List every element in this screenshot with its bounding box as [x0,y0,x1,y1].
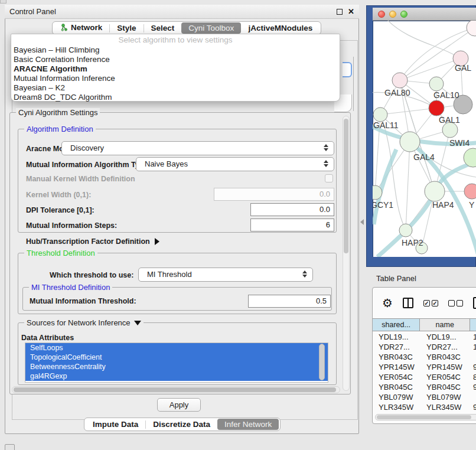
attribute-item[interactable]: SelfLoops [25,343,328,353]
table-panel: ⚙ ✓ ✓ shared... name YDL19...YDL19...13 … [372,287,476,424]
cell: 9. [471,362,476,372]
mi-type-combo[interactable]: Naive Bayes [136,157,334,171]
deselect-all-checkboxes-icon[interactable] [448,300,463,306]
dropdown-item-selected[interactable]: ARACNE Algorithm [11,64,340,74]
hub-definition-toggle[interactable]: Hub/Transcription Factor Definition [26,237,159,246]
checked-box-icon: ✓ [432,300,438,306]
network-node[interactable] [429,77,444,91]
dropdown-item[interactable]: Mutual Information Inference [11,74,340,83]
column-header-shared[interactable]: shared... [373,319,420,331]
dropdown-prompt: Select algorithm to view settings [11,35,340,45]
dropdown-item[interactable]: Bayesian – Hill Climbing [11,45,340,55]
attribute-item[interactable]: BetweennessCentrality [25,362,328,371]
tab-style[interactable]: Style [110,22,143,34]
document-icon[interactable] [473,297,476,309]
float-window-icon[interactable] [337,9,343,15]
network-node[interactable] [429,100,444,116]
network-node[interactable] [373,107,387,122]
select-all-checkboxes-icon[interactable]: ✓ ✓ [423,300,438,306]
attribute-item[interactable]: gal4RGexp [25,371,328,381]
tab-infer-network[interactable]: Infer Network [217,419,279,430]
cell: YBR043C [373,352,420,362]
dpi-tolerance-label: DPI Tolerance [0,1]: [26,206,94,214]
tab-jactivemnodules[interactable]: jActiveMNodules [241,22,319,34]
tab-cyni-toolbox[interactable]: Cyni Toolbox [181,22,241,34]
network-node[interactable] [467,21,476,36]
network-node[interactable] [464,184,476,199]
network-node[interactable] [399,224,412,237]
manual-kernel-checkbox[interactable] [325,174,333,182]
expand-arrow-icon [155,238,159,245]
settings-vertical-scrollbar-thumb[interactable] [344,119,348,253]
dropdown-item[interactable]: Bayesian – K2 [11,83,340,93]
tab-network-label: Network [71,23,102,32]
node-label: GAL [455,63,471,73]
columns-icon[interactable] [403,298,413,308]
close-icon[interactable]: ✕ [348,7,354,16]
network-edge [406,142,410,230]
sources-group-title[interactable]: Sources for Network Inference [24,318,144,327]
minimize-traffic-light-icon[interactable] [389,11,396,18]
tab-select[interactable]: Select [144,22,182,34]
settings-group-title: Cyni Algorithm Settings [16,108,100,117]
network-window-titlebar[interactable] [373,8,476,21]
attribute-list-scrollbar[interactable] [319,344,325,380]
aracne-mode-combo[interactable]: Discovery [61,141,334,155]
tab-network[interactable]: Network [54,22,109,34]
table-row[interactable]: YDR27...YDR27...12 [373,342,476,352]
dropdown-item[interactable]: Dream8 DC_TDC Algorithm [11,93,340,102]
mi-steps-label: Mutual Information Steps: [26,221,117,230]
table-row[interactable]: YBR045CYBR045C9. [373,382,476,392]
gear-icon[interactable]: ⚙ [382,296,393,310]
dropdown-item[interactable]: Basic Correlation Inference [11,55,340,64]
table-row[interactable]: YDL19...YDL19...13 [373,332,476,342]
mi-threshold-field[interactable]: 0.5 [248,295,331,308]
table-row[interactable]: YBR043CYBR043C [373,352,476,362]
cell [471,352,476,362]
control-panel-titlebar: Control Panel ✕ [5,5,359,19]
table-row[interactable]: YBL079WYBL079W [373,392,476,402]
table-horizontal-scrollbar-thumb[interactable] [377,415,471,419]
splitter-collapse-arrow-icon[interactable] [360,219,364,225]
network-node[interactable] [400,132,420,152]
which-threshold-value: MI Threshold [147,270,192,279]
node-label: HAP4 [432,200,454,210]
table-body: YDL19...YDL19...13 YDR27...YDR27...12 YB… [373,332,476,415]
zoom-traffic-light-icon[interactable] [400,11,407,18]
node-label: GAL10 [433,90,459,100]
settings-vertical-scrollbar[interactable] [343,116,350,391]
table-header: shared... name [373,318,476,331]
node-label: SWI4 [449,138,470,148]
tab-discretize-data[interactable]: Discretize Data [146,419,217,430]
network-node[interactable] [392,73,407,88]
network-edge [400,58,461,80]
mi-threshold-group-title: MI Threshold Definition [29,283,112,292]
cell: 8. [471,372,476,382]
table-row[interactable]: YPR145WYPR145W9. [373,362,476,372]
cell: YBR043C [420,352,471,362]
table-row[interactable]: YLR345WYLR345W9. [373,402,476,412]
column-header-partial[interactable] [470,319,476,331]
table-row[interactable]: YER054CYER054C8. [373,372,476,382]
combo-spinner-icon [302,270,307,278]
settings-horizontal-scrollbar-thumb[interactable] [14,387,336,392]
bottom-left-widget-icon[interactable] [5,444,15,450]
column-header-name[interactable]: name [420,319,470,331]
corner-notch [0,0,6,4]
tab-impute-data[interactable]: Impute Data [86,419,145,430]
kernel-width-field[interactable]: 0.0 [214,188,334,201]
settings-horizontal-scrollbar[interactable] [12,386,340,393]
network-canvas[interactable]: GALGAL80GAL10GAL1GAL11GAL4SWI4GCY1HAP4YH… [373,21,476,257]
which-threshold-label: Which threshold to use: [50,271,133,279]
table-horizontal-scrollbar[interactable] [375,414,476,420]
hidden-combo-focus-ring [343,62,352,77]
cell: YBR045C [373,382,420,392]
which-threshold-combo[interactable]: MI Threshold [138,268,313,282]
apply-button[interactable]: Apply [157,398,201,412]
network-node[interactable] [425,181,445,201]
dpi-tolerance-field[interactable]: 0.0 [250,203,334,216]
close-traffic-light-icon[interactable] [378,11,385,18]
attribute-item[interactable]: TopologicalCoefficient [25,353,328,362]
data-attributes-list[interactable]: SelfLoops TopologicalCoefficient Between… [25,343,328,383]
mi-steps-field[interactable]: 6 [250,219,334,231]
